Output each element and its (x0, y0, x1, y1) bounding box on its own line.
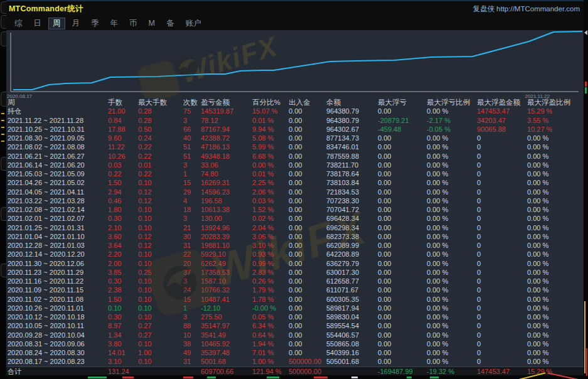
menu-item-3[interactable]: 周 (48, 18, 65, 29)
cell: 0 (476, 152, 526, 161)
cell: 0.12 (137, 196, 182, 205)
cell: 2.94 (107, 188, 137, 196)
cell: 33.06 (200, 161, 251, 169)
cell: 0.03 % (251, 196, 287, 205)
cell: 0.00 % (425, 232, 476, 241)
cell: 0.25 (137, 268, 182, 277)
table-row[interactable]: 2021.05.03 ~ 2021.05.090.220.22174.800.0… (6, 169, 584, 178)
cell: 2021.08.02 ~ 2021.08.08 (6, 142, 107, 151)
cell: 0.00 (377, 142, 425, 151)
table-row[interactable]: 2021.08.02 ~ 2021.08.0811.220.225147186.… (6, 142, 584, 151)
cell: 0.00 % (526, 188, 584, 196)
cell: 49 (182, 348, 200, 357)
cell: 0.00 % (425, 312, 476, 321)
table-row[interactable]: 2020.11.09 ~ 2020.11.152.380.102410766.3… (6, 286, 584, 294)
cell: 877134.73 (325, 134, 377, 142)
cell: 10.27 % (526, 125, 584, 134)
holding-row[interactable]: 持仓21.000.2875145319.8715.07 %0.00964380.… (6, 107, 584, 115)
cell: 130.00 (200, 214, 251, 223)
cell: 0 (476, 232, 526, 241)
cell: 0.00 (377, 259, 425, 268)
cell: 0 (476, 134, 526, 142)
table-row[interactable]: 2021.11.22 ~ 2021.11.280.840.28378.120.0… (6, 116, 584, 125)
cell: 9.94 % (251, 125, 287, 134)
cell: 0.00 % (526, 232, 584, 241)
menu-item-10[interactable]: 账户 (181, 18, 205, 29)
cell: 0.84 (107, 116, 137, 125)
cell: 0.00 % (425, 357, 476, 366)
table-row[interactable]: 2020.12.14 ~ 2020.12.202.200.10225929.10… (6, 250, 584, 259)
mtcommander-window: MTCommander统计 复盘侠 http://MTCommander.com… (6, 0, 584, 375)
cell: 2020.09.28 ~ 2020.10.04 (6, 331, 107, 339)
cell: 0.00 (377, 277, 425, 286)
cell: 611071.67 (325, 286, 377, 294)
cell: 35147.97 (200, 321, 251, 330)
table-row[interactable]: 2021.01.04 ~ 2021.01.103.600.123020283.3… (6, 232, 584, 241)
table-row[interactable]: 2021.01.25 ~ 2021.01.312.100.102113924.9… (6, 223, 584, 232)
table-row[interactable]: 2020.10.26 ~ 2020.11.010.100.101-12.10-0… (6, 304, 584, 312)
cell: 42388.72 (200, 134, 251, 142)
table-row[interactable]: 2021.02.01 ~ 2021.02.070.300.103130.000.… (6, 214, 584, 223)
cell: -20879.21 (377, 116, 425, 125)
table-header-row: 周手数最大手数次数盈亏金额百分比%出入金余额最大浮亏最大浮亏比例最大浮盈金额最大… (6, 98, 584, 107)
table-row[interactable]: 2020.11.23 ~ 2020.11.293.850.253717358.5… (6, 268, 584, 277)
cell: 0.22 (137, 142, 182, 151)
cell: 0.30 (107, 214, 137, 223)
cell: 0 (476, 268, 526, 277)
table-row[interactable]: 2021.10.25 ~ 2021.10.3117.880.506687167.… (6, 125, 584, 134)
cell: 0.05 % (251, 312, 287, 321)
table-row[interactable]: 2020.10.12 ~ 2020.10.180.300.103275.500.… (6, 312, 584, 321)
table-row[interactable]: 2020.12.28 ~ 2021.01.033.640.123119881.1… (6, 241, 584, 250)
cell: 2021.11.22 ~ 2021.11.28 (6, 116, 107, 125)
cell: 721834.53 (325, 188, 377, 196)
cell: 0.00 % (425, 196, 476, 205)
cell: 0.00 % (526, 339, 584, 348)
cell: 0.00 % (425, 134, 476, 142)
table-row[interactable]: 2020.08.24 ~ 2020.08.3014.011.004935397.… (6, 348, 584, 357)
menu-item-2[interactable]: 日 (29, 18, 46, 29)
table-row[interactable]: 2020.11.02 ~ 2020.11.081.500.101510487.4… (6, 295, 584, 304)
table-row[interactable]: 2020.10.05 ~ 2020.10.118.970.278835147.9… (6, 321, 584, 330)
table-row[interactable]: 2020.09.28 ~ 2020.10.041.340.27103541.49… (6, 331, 584, 339)
table-row[interactable]: 2021.03.22 ~ 2021.03.280.460.124196.580.… (6, 196, 584, 205)
cell: 15 (182, 295, 200, 304)
table-row[interactable]: 2020.08.31 ~ 2020.09.063.800.103810465.9… (6, 339, 584, 348)
menu-item-7[interactable]: 币 (125, 18, 142, 29)
table-row[interactable]: 2021.06.14 ~ 2021.06.200.030.01333.060.0… (6, 161, 584, 169)
menu-item-6[interactable]: 年 (106, 18, 123, 29)
table-row[interactable]: 2021.08.30 ~ 2021.09.059.600.244042388.7… (6, 134, 584, 142)
cell: 0.00 % (526, 205, 584, 214)
table-row[interactable]: 2021.04.05 ~ 2021.04.112.940.122914596.2… (6, 188, 584, 196)
menu-item-5[interactable]: 季 (87, 18, 104, 29)
table-row[interactable]: 2020.08.17 ~ 2020.08.233.100.10315001.68… (6, 357, 584, 366)
cell: -19.32 % (425, 367, 476, 376)
cell: 0.10 (137, 223, 182, 232)
menu-item-8[interactable]: M (144, 18, 159, 28)
cell: -459.48 (377, 125, 425, 134)
cell: 0 (476, 331, 526, 339)
cell: 0.00 (287, 321, 325, 330)
cell: 707041.72 (325, 205, 377, 214)
table-row[interactable]: 2021.06.21 ~ 2021.06.2710.260.225149348.… (6, 152, 584, 161)
cell: 66 (182, 125, 200, 134)
brand-link[interactable]: 复盘侠 http://MTCommander.com (473, 4, 580, 14)
table-row[interactable]: 2020.11.16 ~ 2020.11.220.300.1031587.100… (6, 277, 584, 286)
menu-item-1[interactable]: 综 (10, 18, 27, 29)
menu-item-4[interactable]: 月 (68, 18, 85, 29)
cell: 0.00 (377, 196, 425, 205)
menu-item-9[interactable]: 备 (162, 18, 179, 29)
cell: 0.00 (287, 331, 325, 339)
cell: -169487.99 (377, 367, 425, 376)
cell: 550865.08 (325, 339, 377, 348)
cell: 0.27 (137, 331, 182, 339)
table-row[interactable]: 2020.11.30 ~ 2020.12.062.000.10206262.49… (6, 259, 584, 268)
cell: 0.00 % (425, 295, 476, 304)
cell: 0.00 (287, 232, 325, 241)
cell: 0.00 % (425, 223, 476, 232)
cell: 35397.48 (200, 348, 251, 357)
cell: -0.00 % (251, 304, 287, 312)
table-row[interactable]: 2021.02.08 ~ 2021.02.141.800.101810613.3… (6, 205, 584, 214)
cell: 0.00 (377, 321, 425, 330)
cell: 0 (476, 188, 526, 196)
table-row[interactable]: 2021.04.26 ~ 2021.05.021.500.101516269.3… (6, 178, 584, 187)
